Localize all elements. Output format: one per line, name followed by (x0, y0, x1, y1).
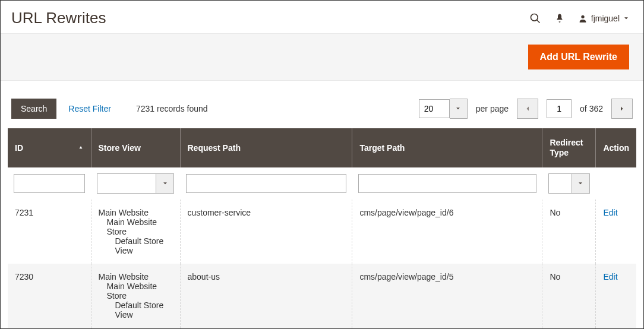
reset-filter-link[interactable]: Reset Filter (68, 104, 111, 113)
add-url-rewrite-button[interactable]: Add URL Rewrite (528, 45, 629, 69)
store-line: Default Store View (99, 236, 173, 255)
cell-id: 7230 (8, 264, 91, 328)
store-line: Main Website Store (99, 217, 173, 236)
records-found-label: 7231 records found (136, 104, 208, 113)
next-page-button[interactable] (611, 99, 633, 119)
page-size-input[interactable] (419, 99, 450, 118)
table-row: 7230 Main Website Main Website Store Def… (8, 264, 636, 328)
sort-asc-icon (78, 143, 84, 153)
chevron-right-icon (618, 105, 626, 112)
chevron-down-icon (577, 181, 583, 186)
cell-redirect-type: No (542, 200, 596, 264)
header-row: ID Store View Request Path Target Path R… (8, 128, 636, 167)
cell-store-view: Main Website Main Website Store Default … (91, 200, 180, 264)
col-header-id[interactable]: ID (8, 128, 91, 167)
user-name: fjmiguel (591, 14, 620, 23)
col-header-store-view[interactable]: Store View (91, 128, 180, 167)
cell-redirect-type: No (542, 264, 596, 328)
search-icon[interactable] (529, 12, 541, 24)
filter-store-view-dropdown[interactable] (156, 173, 174, 194)
cell-id: 7231 (8, 200, 91, 264)
filter-target-path-input[interactable] (358, 174, 536, 193)
chevron-down-icon (162, 181, 168, 186)
table-row: 7231 Main Website Main Website Store Def… (8, 200, 636, 264)
col-header-action: Action (596, 128, 636, 167)
chevron-down-icon (623, 15, 629, 21)
store-line: Main Website (99, 208, 173, 217)
svg-line-1 (536, 20, 539, 23)
filter-row (8, 167, 636, 200)
col-header-request-path[interactable]: Request Path (180, 128, 352, 167)
col-header-redirect-type[interactable]: Redirect Type (542, 128, 596, 167)
current-page-input[interactable] (547, 99, 572, 118)
user-menu[interactable]: fjmiguel (578, 14, 629, 23)
search-button[interactable]: Search (11, 99, 56, 119)
prev-page-button[interactable] (517, 99, 538, 119)
store-line: Main Website Store (99, 281, 173, 300)
total-pages-label: of 362 (580, 104, 603, 113)
col-header-id-label: ID (15, 143, 23, 153)
filter-store-view-select[interactable] (97, 173, 156, 194)
bell-icon[interactable] (554, 13, 565, 24)
filter-id-input[interactable] (14, 174, 85, 193)
store-line: Default Store View (99, 300, 173, 319)
header-toolbar: fjmiguel (529, 12, 629, 24)
svg-point-2 (581, 15, 584, 18)
cell-store-view: Main Website Main Website Store Default … (91, 264, 180, 328)
svg-point-0 (531, 14, 538, 21)
col-header-target-path[interactable]: Target Path (352, 128, 542, 167)
page-size-select[interactable] (419, 99, 468, 119)
actions-bar: Add URL Rewrite (1, 33, 643, 81)
edit-link[interactable]: Edit (603, 208, 617, 217)
cell-request-path: customer-service (180, 200, 352, 264)
filter-redirect-type-dropdown[interactable] (572, 173, 590, 194)
cell-request-path: about-us (180, 264, 352, 328)
edit-link[interactable]: Edit (603, 272, 617, 281)
page-size-dropdown[interactable] (450, 99, 468, 119)
grid-toolbar: Search Reset Filter 7231 records found p… (1, 81, 643, 128)
url-rewrites-grid: ID Store View Request Path Target Path R… (8, 128, 636, 329)
page-title: URL Rewrites (11, 9, 106, 27)
chevron-left-icon (524, 105, 531, 112)
filter-redirect-type-select[interactable] (548, 173, 572, 194)
chevron-down-icon (455, 106, 461, 112)
cell-target-path: cms/page/view/page_id/6 (352, 200, 542, 264)
cell-target-path: cms/page/view/page_id/5 (352, 264, 542, 328)
filter-request-path-input[interactable] (186, 174, 346, 193)
per-page-label: per page (476, 104, 509, 113)
store-line: Main Website (99, 272, 173, 281)
